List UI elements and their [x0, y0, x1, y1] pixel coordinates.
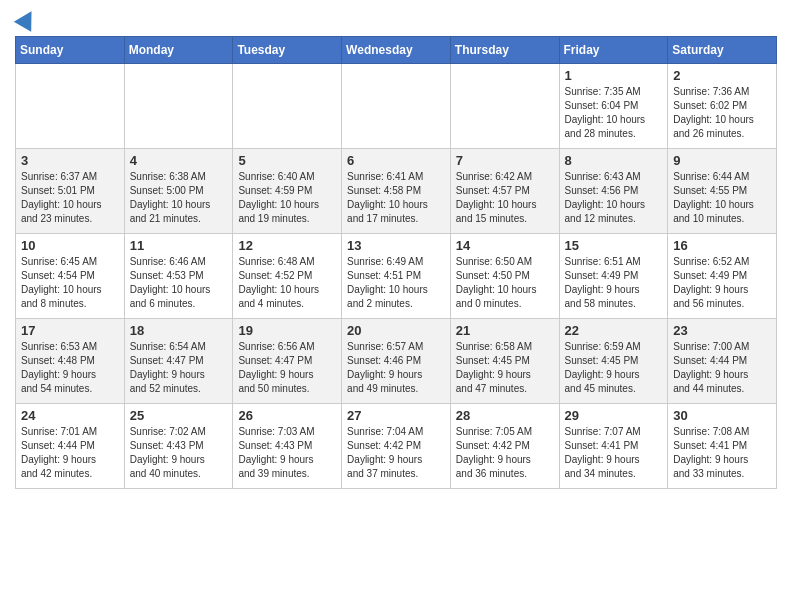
calendar-week-3: 10Sunrise: 6:45 AM Sunset: 4:54 PM Dayli… — [16, 234, 777, 319]
day-info: Sunrise: 6:58 AM Sunset: 4:45 PM Dayligh… — [456, 340, 554, 396]
day-info: Sunrise: 6:51 AM Sunset: 4:49 PM Dayligh… — [565, 255, 663, 311]
day-number: 14 — [456, 238, 554, 253]
day-number: 2 — [673, 68, 771, 83]
day-number: 8 — [565, 153, 663, 168]
calendar-cell — [450, 64, 559, 149]
day-info: Sunrise: 6:41 AM Sunset: 4:58 PM Dayligh… — [347, 170, 445, 226]
weekday-header-wednesday: Wednesday — [342, 37, 451, 64]
weekday-header-saturday: Saturday — [668, 37, 777, 64]
day-number: 15 — [565, 238, 663, 253]
calendar-week-4: 17Sunrise: 6:53 AM Sunset: 4:48 PM Dayli… — [16, 319, 777, 404]
day-info: Sunrise: 7:07 AM Sunset: 4:41 PM Dayligh… — [565, 425, 663, 481]
day-info: Sunrise: 6:44 AM Sunset: 4:55 PM Dayligh… — [673, 170, 771, 226]
day-info: Sunrise: 7:01 AM Sunset: 4:44 PM Dayligh… — [21, 425, 119, 481]
day-info: Sunrise: 6:45 AM Sunset: 4:54 PM Dayligh… — [21, 255, 119, 311]
day-info: Sunrise: 7:08 AM Sunset: 4:41 PM Dayligh… — [673, 425, 771, 481]
day-info: Sunrise: 7:35 AM Sunset: 6:04 PM Dayligh… — [565, 85, 663, 141]
calendar-cell: 14Sunrise: 6:50 AM Sunset: 4:50 PM Dayli… — [450, 234, 559, 319]
day-number: 3 — [21, 153, 119, 168]
logo-triangle-icon — [14, 6, 40, 32]
calendar-cell: 4Sunrise: 6:38 AM Sunset: 5:00 PM Daylig… — [124, 149, 233, 234]
weekday-header-thursday: Thursday — [450, 37, 559, 64]
calendar-cell: 15Sunrise: 6:51 AM Sunset: 4:49 PM Dayli… — [559, 234, 668, 319]
calendar-table: SundayMondayTuesdayWednesdayThursdayFrid… — [15, 36, 777, 489]
weekday-header-row: SundayMondayTuesdayWednesdayThursdayFrid… — [16, 37, 777, 64]
calendar-cell: 9Sunrise: 6:44 AM Sunset: 4:55 PM Daylig… — [668, 149, 777, 234]
calendar-cell: 30Sunrise: 7:08 AM Sunset: 4:41 PM Dayli… — [668, 404, 777, 489]
page-container: SundayMondayTuesdayWednesdayThursdayFrid… — [0, 0, 792, 499]
calendar-cell: 26Sunrise: 7:03 AM Sunset: 4:43 PM Dayli… — [233, 404, 342, 489]
day-info: Sunrise: 6:42 AM Sunset: 4:57 PM Dayligh… — [456, 170, 554, 226]
weekday-header-friday: Friday — [559, 37, 668, 64]
day-info: Sunrise: 7:03 AM Sunset: 4:43 PM Dayligh… — [238, 425, 336, 481]
day-number: 1 — [565, 68, 663, 83]
day-info: Sunrise: 6:48 AM Sunset: 4:52 PM Dayligh… — [238, 255, 336, 311]
weekday-header-sunday: Sunday — [16, 37, 125, 64]
day-number: 24 — [21, 408, 119, 423]
calendar-cell: 27Sunrise: 7:04 AM Sunset: 4:42 PM Dayli… — [342, 404, 451, 489]
day-number: 21 — [456, 323, 554, 338]
day-info: Sunrise: 6:54 AM Sunset: 4:47 PM Dayligh… — [130, 340, 228, 396]
calendar-cell: 13Sunrise: 6:49 AM Sunset: 4:51 PM Dayli… — [342, 234, 451, 319]
day-info: Sunrise: 6:46 AM Sunset: 4:53 PM Dayligh… — [130, 255, 228, 311]
day-number: 26 — [238, 408, 336, 423]
calendar-cell: 5Sunrise: 6:40 AM Sunset: 4:59 PM Daylig… — [233, 149, 342, 234]
day-number: 13 — [347, 238, 445, 253]
calendar-cell: 20Sunrise: 6:57 AM Sunset: 4:46 PM Dayli… — [342, 319, 451, 404]
day-number: 12 — [238, 238, 336, 253]
logo — [15, 10, 37, 28]
calendar-week-2: 3Sunrise: 6:37 AM Sunset: 5:01 PM Daylig… — [16, 149, 777, 234]
page-header — [15, 10, 777, 28]
calendar-cell: 12Sunrise: 6:48 AM Sunset: 4:52 PM Dayli… — [233, 234, 342, 319]
day-number: 4 — [130, 153, 228, 168]
day-info: Sunrise: 7:00 AM Sunset: 4:44 PM Dayligh… — [673, 340, 771, 396]
calendar-cell: 3Sunrise: 6:37 AM Sunset: 5:01 PM Daylig… — [16, 149, 125, 234]
day-info: Sunrise: 6:40 AM Sunset: 4:59 PM Dayligh… — [238, 170, 336, 226]
day-info: Sunrise: 7:05 AM Sunset: 4:42 PM Dayligh… — [456, 425, 554, 481]
day-number: 27 — [347, 408, 445, 423]
day-number: 9 — [673, 153, 771, 168]
calendar-cell: 7Sunrise: 6:42 AM Sunset: 4:57 PM Daylig… — [450, 149, 559, 234]
day-number: 30 — [673, 408, 771, 423]
calendar-cell: 28Sunrise: 7:05 AM Sunset: 4:42 PM Dayli… — [450, 404, 559, 489]
calendar-cell: 1Sunrise: 7:35 AM Sunset: 6:04 PM Daylig… — [559, 64, 668, 149]
calendar-header: SundayMondayTuesdayWednesdayThursdayFrid… — [16, 37, 777, 64]
day-info: Sunrise: 6:38 AM Sunset: 5:00 PM Dayligh… — [130, 170, 228, 226]
calendar-cell: 25Sunrise: 7:02 AM Sunset: 4:43 PM Dayli… — [124, 404, 233, 489]
day-number: 7 — [456, 153, 554, 168]
day-info: Sunrise: 6:49 AM Sunset: 4:51 PM Dayligh… — [347, 255, 445, 311]
day-number: 29 — [565, 408, 663, 423]
calendar-cell: 29Sunrise: 7:07 AM Sunset: 4:41 PM Dayli… — [559, 404, 668, 489]
day-info: Sunrise: 6:37 AM Sunset: 5:01 PM Dayligh… — [21, 170, 119, 226]
day-info: Sunrise: 6:50 AM Sunset: 4:50 PM Dayligh… — [456, 255, 554, 311]
day-number: 22 — [565, 323, 663, 338]
calendar-body: 1Sunrise: 7:35 AM Sunset: 6:04 PM Daylig… — [16, 64, 777, 489]
day-number: 18 — [130, 323, 228, 338]
day-number: 6 — [347, 153, 445, 168]
calendar-cell: 17Sunrise: 6:53 AM Sunset: 4:48 PM Dayli… — [16, 319, 125, 404]
calendar-cell — [233, 64, 342, 149]
day-number: 25 — [130, 408, 228, 423]
day-number: 11 — [130, 238, 228, 253]
day-info: Sunrise: 7:02 AM Sunset: 4:43 PM Dayligh… — [130, 425, 228, 481]
calendar-cell: 22Sunrise: 6:59 AM Sunset: 4:45 PM Dayli… — [559, 319, 668, 404]
calendar-cell — [16, 64, 125, 149]
day-number: 23 — [673, 323, 771, 338]
calendar-week-5: 24Sunrise: 7:01 AM Sunset: 4:44 PM Dayli… — [16, 404, 777, 489]
day-number: 28 — [456, 408, 554, 423]
weekday-header-tuesday: Tuesday — [233, 37, 342, 64]
calendar-cell: 10Sunrise: 6:45 AM Sunset: 4:54 PM Dayli… — [16, 234, 125, 319]
calendar-cell: 24Sunrise: 7:01 AM Sunset: 4:44 PM Dayli… — [16, 404, 125, 489]
day-number: 5 — [238, 153, 336, 168]
day-info: Sunrise: 7:36 AM Sunset: 6:02 PM Dayligh… — [673, 85, 771, 141]
calendar-cell: 18Sunrise: 6:54 AM Sunset: 4:47 PM Dayli… — [124, 319, 233, 404]
day-info: Sunrise: 6:52 AM Sunset: 4:49 PM Dayligh… — [673, 255, 771, 311]
calendar-cell: 8Sunrise: 6:43 AM Sunset: 4:56 PM Daylig… — [559, 149, 668, 234]
calendar-cell: 23Sunrise: 7:00 AM Sunset: 4:44 PM Dayli… — [668, 319, 777, 404]
day-number: 20 — [347, 323, 445, 338]
day-info: Sunrise: 6:56 AM Sunset: 4:47 PM Dayligh… — [238, 340, 336, 396]
calendar-cell: 21Sunrise: 6:58 AM Sunset: 4:45 PM Dayli… — [450, 319, 559, 404]
calendar-cell: 11Sunrise: 6:46 AM Sunset: 4:53 PM Dayli… — [124, 234, 233, 319]
calendar-cell — [342, 64, 451, 149]
day-info: Sunrise: 7:04 AM Sunset: 4:42 PM Dayligh… — [347, 425, 445, 481]
